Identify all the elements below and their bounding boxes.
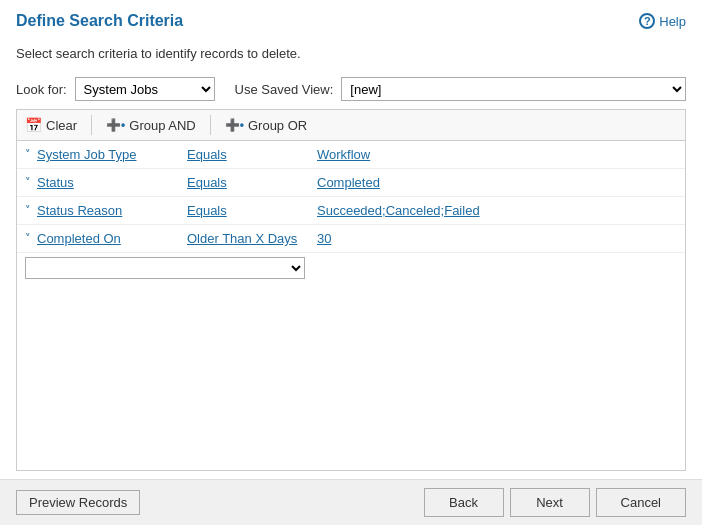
criteria-table: ˅ System Job Type Equals Workflow ˅ Stat…	[16, 140, 686, 471]
group-or-label: Group OR	[248, 118, 307, 133]
criteria-field-2[interactable]: Status	[37, 175, 187, 190]
page-title: Define Search Criteria	[16, 12, 183, 30]
group-and-button[interactable]: ➕• Group AND	[98, 115, 204, 136]
clear-icon: 📅	[25, 117, 42, 133]
criteria-field-4[interactable]: Completed On	[37, 231, 187, 246]
criteria-value-2[interactable]: Completed	[317, 175, 380, 190]
group-and-label: Group AND	[129, 118, 195, 133]
toolbar-divider-1	[91, 115, 92, 135]
criteria-value-4[interactable]: 30	[317, 231, 331, 246]
criteria-value-1[interactable]: Workflow	[317, 147, 370, 162]
add-criteria-row	[17, 253, 685, 283]
group-or-icon: ➕•	[225, 118, 244, 132]
table-row: ˅ System Job Type Equals Workflow	[17, 141, 685, 169]
add-criteria-select[interactable]	[25, 257, 305, 279]
row-chevron-3[interactable]: ˅	[25, 204, 31, 217]
description-text: Select search criteria to identify recor…	[16, 46, 686, 61]
criteria-operator-1[interactable]: Equals	[187, 147, 317, 162]
table-row: ˅ Status Reason Equals Succeeded;Cancele…	[17, 197, 685, 225]
row-chevron-4[interactable]: ˅	[25, 232, 31, 245]
criteria-operator-4[interactable]: Older Than X Days	[187, 231, 317, 246]
group-or-button[interactable]: ➕• Group OR	[217, 115, 315, 136]
criteria-field-1[interactable]: System Job Type	[37, 147, 187, 162]
nav-buttons: Back Next Cancel	[424, 488, 686, 517]
back-button[interactable]: Back	[424, 488, 504, 517]
table-row: ˅ Status Equals Completed	[17, 169, 685, 197]
help-icon: ?	[639, 13, 655, 29]
preview-records-button[interactable]: Preview Records	[16, 490, 140, 515]
clear-button[interactable]: 📅 Clear	[17, 114, 85, 136]
table-row: ˅ Completed On Older Than X Days 30	[17, 225, 685, 253]
row-chevron-2[interactable]: ˅	[25, 176, 31, 189]
clear-label: Clear	[46, 118, 77, 133]
criteria-field-3[interactable]: Status Reason	[37, 203, 187, 218]
help-label: Help	[659, 14, 686, 29]
toolbar-divider-2	[210, 115, 211, 135]
look-for-label: Look for:	[16, 82, 67, 97]
use-saved-view-select[interactable]: [new]	[341, 77, 686, 101]
footer: Preview Records Back Next Cancel	[0, 479, 702, 525]
help-link[interactable]: ? Help	[639, 13, 686, 29]
next-button[interactable]: Next	[510, 488, 590, 517]
cancel-button[interactable]: Cancel	[596, 488, 686, 517]
row-chevron-1[interactable]: ˅	[25, 148, 31, 161]
criteria-value-3[interactable]: Succeeded;Canceled;Failed	[317, 203, 480, 218]
look-for-select[interactable]: System Jobs	[75, 77, 215, 101]
group-and-icon: ➕•	[106, 118, 125, 132]
use-saved-view-label: Use Saved View:	[235, 82, 334, 97]
criteria-operator-3[interactable]: Equals	[187, 203, 317, 218]
criteria-toolbar: 📅 Clear ➕• Group AND ➕• Group OR	[16, 109, 686, 140]
criteria-operator-2[interactable]: Equals	[187, 175, 317, 190]
